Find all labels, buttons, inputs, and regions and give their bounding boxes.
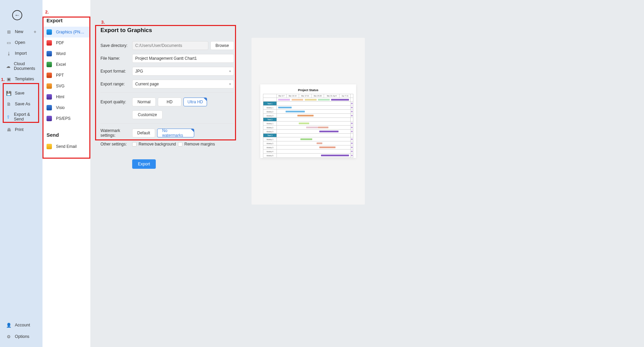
export-button[interactable]: Export bbox=[132, 159, 156, 169]
import-icon: ⭳ bbox=[6, 51, 11, 56]
quality-ultrahd-button[interactable]: Ultra HD bbox=[183, 98, 207, 106]
format-value: JPG bbox=[135, 69, 143, 74]
gantt-row: Activity 2 bbox=[263, 141, 277, 145]
account-icon: 👤 bbox=[6, 322, 11, 328]
sidebar-item-templates[interactable]: ▣ Templates bbox=[0, 74, 42, 84]
ppt-icon bbox=[47, 73, 52, 78]
templates-icon: ▣ bbox=[6, 76, 11, 82]
gantt-row: Activity 1 bbox=[263, 137, 277, 141]
sidebar-item-open[interactable]: ▭ Open bbox=[0, 37, 42, 48]
gantt-row: Activity 1 bbox=[263, 122, 277, 126]
sidebar-item-account[interactable]: 👤 Account bbox=[0, 319, 42, 331]
sidebar-item-label: Save bbox=[15, 91, 25, 96]
graphics-icon bbox=[47, 29, 52, 35]
save-dir-input[interactable] bbox=[132, 41, 208, 50]
pdf-icon bbox=[47, 40, 52, 46]
export-item-html[interactable]: Html bbox=[42, 91, 90, 102]
sidebar-item-save[interactable]: 💾 Save bbox=[0, 88, 42, 99]
checkbox-label: Remove margins bbox=[184, 142, 215, 146]
export-item-label: SVG bbox=[56, 84, 64, 88]
callout-1: 1. bbox=[1, 77, 5, 82]
sidebar-item-saveas[interactable]: 🗎 Save As bbox=[0, 99, 42, 109]
gantt-row: Activity 2 bbox=[263, 110, 277, 114]
format-select[interactable]: JPG bbox=[132, 67, 234, 76]
gantt-row: Activity 3 bbox=[263, 145, 277, 150]
browse-button[interactable]: Browse bbox=[210, 41, 234, 50]
gantt-row: Activity 5 bbox=[263, 154, 277, 158]
sidebar-item-label: Import bbox=[15, 51, 27, 56]
sidebar-item-label: Save As bbox=[15, 102, 30, 106]
file-sidebar: ← ⊞ New + ▭ Open ⭳ Import ☁ Cloud Docume… bbox=[0, 0, 42, 347]
export-item-ppt[interactable]: PPT bbox=[42, 70, 90, 81]
visio-icon bbox=[47, 105, 52, 110]
email-icon bbox=[47, 144, 52, 149]
format-label: Export format: bbox=[100, 69, 132, 74]
gantt-row: Activity 3 bbox=[263, 130, 277, 134]
remove-margins-checkbox[interactable]: Remove margins bbox=[178, 142, 215, 146]
export-heading: Export bbox=[42, 18, 90, 27]
sidebar-item-print[interactable]: 🖶 Print bbox=[0, 124, 42, 135]
gantt-task: Task 1 bbox=[263, 102, 277, 106]
gantt-header: Apr 7-11 bbox=[340, 94, 351, 98]
sidebar-item-label: New bbox=[15, 29, 23, 34]
back-button[interactable]: ← bbox=[12, 10, 22, 20]
export-item-sendemail[interactable]: Send Email bbox=[42, 141, 90, 152]
export-item-excel[interactable]: Excel bbox=[42, 59, 90, 70]
export-item-graphics[interactable]: Graphics (PNG, JPG e... bbox=[42, 27, 90, 37]
quality-hd-button[interactable]: HD bbox=[158, 98, 181, 106]
sidebar-item-label: Export & Send bbox=[14, 112, 36, 122]
watermark-none-button[interactable]: No watermarks bbox=[157, 129, 194, 137]
sidebar-item-label: Account bbox=[15, 323, 30, 327]
export-panel: Export Graphics (PNG, JPG e... PDF Word … bbox=[42, 0, 90, 347]
export-item-pseps[interactable]: PS/EPS bbox=[42, 113, 90, 124]
export-item-label: Graphics (PNG, JPG e... bbox=[56, 30, 86, 34]
divider bbox=[100, 92, 234, 93]
quality-label: Export quality: bbox=[100, 100, 132, 104]
plus-icon[interactable]: + bbox=[34, 29, 36, 34]
eps-icon bbox=[47, 116, 52, 121]
export-item-svg[interactable]: SVG bbox=[42, 81, 90, 91]
sidebar-item-label: Options bbox=[15, 334, 29, 339]
sidebar-item-cloud[interactable]: ☁ Cloud Documents bbox=[0, 59, 42, 74]
export-item-label: PDF bbox=[56, 41, 64, 45]
sidebar-item-export[interactable]: ⇧ Export & Send bbox=[0, 109, 42, 124]
sidebar-item-label: Open bbox=[15, 40, 25, 45]
export-item-label: PPT bbox=[56, 73, 64, 78]
export-item-word[interactable]: Word bbox=[42, 48, 90, 59]
html-icon bbox=[47, 94, 52, 100]
filename-input[interactable] bbox=[132, 54, 234, 63]
export-item-label: Visio bbox=[56, 105, 65, 110]
watermark-default-button[interactable]: Default bbox=[132, 129, 155, 137]
save-dir-label: Save directory: bbox=[100, 43, 132, 48]
export-item-visio[interactable]: Visio bbox=[42, 102, 90, 113]
plus-box-icon: ⊞ bbox=[6, 29, 11, 34]
range-select[interactable]: Current page bbox=[132, 80, 234, 88]
gantt-row: Activity 1 bbox=[263, 106, 277, 110]
svg-icon bbox=[47, 83, 52, 89]
sidebar-item-import[interactable]: ⭳ Import bbox=[0, 48, 42, 59]
sidebar-item-new[interactable]: ⊞ New + bbox=[0, 26, 42, 37]
gantt-header: Mar 10-14 bbox=[286, 94, 299, 98]
sidebar-item-options[interactable]: ⚙ Options bbox=[0, 331, 42, 342]
word-icon bbox=[47, 51, 52, 56]
export-item-pdf[interactable]: PDF bbox=[42, 37, 90, 48]
gantt-header: Mar 31-Apr4 bbox=[324, 94, 340, 98]
divider bbox=[100, 123, 234, 124]
range-value: Current page bbox=[135, 82, 159, 86]
export-item-label: Html bbox=[56, 95, 64, 99]
remove-bg-checkbox[interactable]: Remove background bbox=[132, 142, 176, 146]
callout-3: 3. bbox=[101, 20, 105, 25]
cloud-icon: ☁ bbox=[6, 63, 10, 69]
customize-button[interactable]: Customize bbox=[132, 110, 163, 119]
gantt-row: Activity 2 bbox=[263, 126, 277, 130]
callout-2: 2. bbox=[45, 9, 49, 15]
checkbox-label: Remove background bbox=[139, 142, 176, 146]
export-item-label: Excel bbox=[56, 62, 66, 67]
quality-normal-button[interactable]: Normal bbox=[132, 98, 156, 106]
gantt-header: Mar 17-21 bbox=[299, 94, 311, 98]
send-heading: Send bbox=[42, 124, 90, 141]
export-item-label: Word bbox=[56, 51, 65, 56]
checkbox-icon bbox=[178, 142, 182, 146]
sidebar-item-label: Print bbox=[15, 127, 24, 132]
gear-icon: ⚙ bbox=[6, 334, 11, 339]
